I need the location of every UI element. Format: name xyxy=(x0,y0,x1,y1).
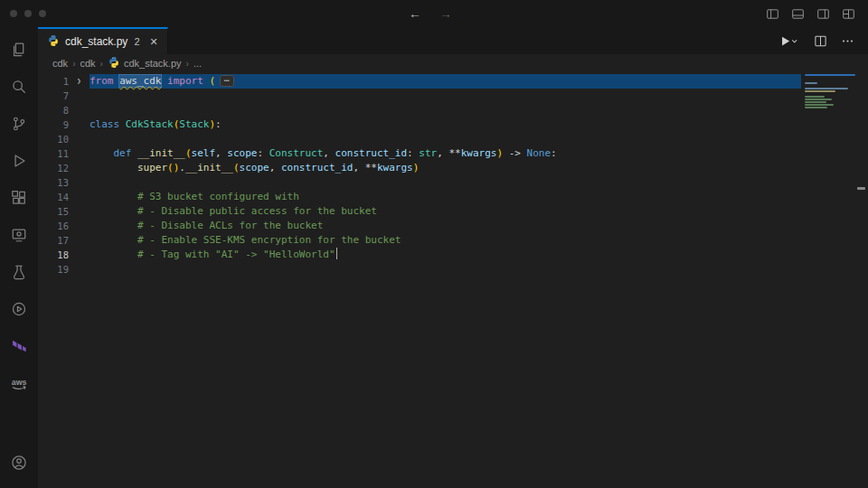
line-number: 17 xyxy=(38,233,69,248)
breadcrumb-separator: › xyxy=(72,59,75,69)
line-number: 11 xyxy=(38,146,69,161)
minimap[interactable] xyxy=(805,74,855,112)
code-line[interactable]: 18 # - Tag with "AI" -> "HelloWorld" xyxy=(38,248,868,262)
code-line[interactable]: 15 # - Disable public access for the buc… xyxy=(38,204,868,219)
code-line[interactable]: 11 def __init__(self, scope: Construct, … xyxy=(38,146,868,161)
tab-label: cdk_stack.py xyxy=(65,35,127,48)
layout-controls xyxy=(766,7,868,21)
minimap-line xyxy=(805,74,855,76)
search-icon[interactable] xyxy=(0,68,38,105)
remote-explorer-icon[interactable] xyxy=(0,216,38,253)
code-line-content: class CdkStack(Stack): xyxy=(90,117,801,132)
extensions-icon[interactable] xyxy=(0,179,38,216)
vscode-window: ← → aws cdk_stack.py 2 ✕ cdk›cdk›cdk_sta… xyxy=(0,0,868,488)
line-number: 8 xyxy=(38,103,69,117)
code-line[interactable]: 10 xyxy=(38,132,868,146)
minimap-line xyxy=(805,96,825,98)
breadcrumb: cdk›cdk›cdk_stack.py›... xyxy=(38,54,868,72)
code-line[interactable]: 9class CdkStack(Stack): xyxy=(38,117,868,132)
more-button[interactable] xyxy=(841,34,854,48)
code-line-content: from aws_cdk import (⋯ xyxy=(90,74,801,89)
source-control-icon[interactable] xyxy=(0,105,38,142)
breadcrumb-separator: › xyxy=(186,59,189,69)
code-line[interactable]: 12 super().__init__(scope, construct_id,… xyxy=(38,161,868,175)
minimap-line xyxy=(805,82,817,84)
testing-icon[interactable] xyxy=(0,253,38,290)
terraform-icon[interactable] xyxy=(0,327,38,364)
forward-arrow-icon[interactable]: → xyxy=(439,6,452,21)
aws-toolkit-icon[interactable]: aws xyxy=(0,364,38,401)
line-number: 19 xyxy=(38,262,69,277)
toggle-panel-bottom-icon[interactable] xyxy=(791,7,805,21)
tab-cdk-stack[interactable]: cdk_stack.py 2 ✕ xyxy=(38,27,168,54)
fold-chevron-icon[interactable]: ❯ xyxy=(69,74,90,89)
code-line-content: def __init__(self, scope: Construct, con… xyxy=(90,146,801,161)
back-arrow-icon[interactable]: ← xyxy=(409,6,421,21)
code-line-content xyxy=(90,132,801,146)
code-line[interactable]: 7 xyxy=(38,89,868,103)
line-number: 15 xyxy=(38,204,69,219)
window-close-button[interactable] xyxy=(10,10,17,17)
code-line[interactable]: 13 xyxy=(38,175,868,190)
code-line-content: # - Enable SSE-KMS encryption for the bu… xyxy=(90,233,801,248)
run-debug-icon[interactable] xyxy=(0,142,38,179)
breadcrumb-item[interactable]: cdk_stack.py xyxy=(108,56,182,70)
code-line-content: # - Disable public access for the bucket xyxy=(90,204,801,219)
line-number: 16 xyxy=(38,219,69,233)
breadcrumb-item[interactable]: ... xyxy=(193,58,202,69)
title-bar: ← → xyxy=(0,0,868,27)
line-number: 10 xyxy=(38,132,69,146)
code-line-content xyxy=(90,175,801,190)
line-number: 9 xyxy=(38,117,69,132)
minimap-line xyxy=(805,99,832,100)
toggle-panel-left-icon[interactable] xyxy=(766,7,779,21)
code-line[interactable]: 19 xyxy=(38,262,868,277)
customize-layout-icon[interactable] xyxy=(842,7,855,21)
line-number: 18 xyxy=(38,248,69,262)
code-line[interactable]: 1❯from aws_cdk import (⋯ xyxy=(38,74,868,89)
code-line-content xyxy=(90,103,801,117)
minimap-line xyxy=(805,101,826,103)
code-line-content: super().__init__(scope, construct_id, **… xyxy=(90,161,801,175)
line-number: 1 xyxy=(38,74,69,89)
explorer-icon[interactable] xyxy=(0,31,38,68)
window-minimize-button[interactable] xyxy=(24,10,32,17)
window-controls xyxy=(0,10,46,17)
code-line[interactable]: 14 # S3 bucket configured with xyxy=(38,190,868,204)
code-line[interactable]: 17 # - Enable SSE-KMS encryption for the… xyxy=(38,233,868,248)
run-button[interactable] xyxy=(778,34,800,48)
breadcrumb-item[interactable]: cdk xyxy=(80,58,95,69)
history-nav: ← → xyxy=(409,0,452,27)
window-maximize-button[interactable] xyxy=(39,10,46,17)
breadcrumb-item[interactable]: cdk xyxy=(52,58,68,69)
run-circle-icon[interactable] xyxy=(0,290,38,327)
minimap-line xyxy=(805,88,848,89)
activity-bar: aws xyxy=(0,27,38,488)
toggle-panel-right-icon[interactable] xyxy=(816,7,830,21)
folded-region-badge[interactable]: ⋯ xyxy=(220,75,233,87)
code-line-content: # - Tag with "AI" -> "HelloWorld" xyxy=(90,248,801,262)
minimap-line xyxy=(805,90,835,92)
text-cursor xyxy=(336,248,337,259)
python-icon xyxy=(47,34,60,50)
tab-bar: cdk_stack.py 2 ✕ xyxy=(38,27,868,54)
overview-ruler-marker xyxy=(857,187,865,190)
python-icon xyxy=(108,56,120,70)
account-icon[interactable] xyxy=(0,444,38,481)
code-editor[interactable]: 1❯from aws_cdk import (⋯789class CdkStac… xyxy=(38,72,868,488)
code-line[interactable]: 16 # - Disable ACLs for the bucket xyxy=(38,219,868,233)
code-line[interactable]: 8 xyxy=(38,103,868,117)
code-line-content xyxy=(90,262,801,277)
minimap-line xyxy=(805,104,834,106)
code-line-content xyxy=(90,89,801,103)
code-line-content: # - Disable ACLs for the bucket xyxy=(90,219,801,233)
line-number: 13 xyxy=(38,175,69,190)
tab-badge: 2 xyxy=(134,36,139,47)
editor-actions xyxy=(778,27,868,54)
line-number: 12 xyxy=(38,161,69,175)
split-editor-button[interactable] xyxy=(814,34,827,48)
tab-close-icon[interactable]: ✕ xyxy=(150,36,158,48)
minimap-line xyxy=(805,107,827,108)
editor-group: cdk_stack.py 2 ✕ cdk›cdk›cdk_stack.py›..… xyxy=(38,27,868,488)
breadcrumb-separator: › xyxy=(100,59,103,69)
